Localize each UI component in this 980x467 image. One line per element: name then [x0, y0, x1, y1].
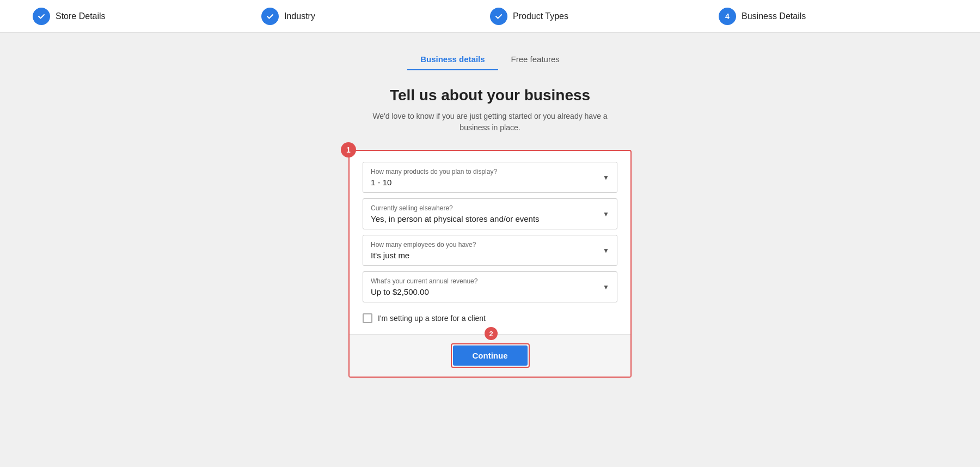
step-product-types-icon: [490, 8, 507, 25]
tab-business-details[interactable]: Business details: [407, 49, 498, 70]
step-industry-icon: [261, 8, 279, 25]
step-store-details-label: Store Details: [56, 11, 106, 21]
continue-button-wrapper: Continue: [451, 343, 530, 368]
employees-value: It's just me: [371, 251, 609, 260]
step-product-types-label: Product Types: [513, 11, 568, 21]
step-industry-label: Industry: [284, 11, 315, 21]
employees-label: How many employees do you have?: [371, 241, 609, 248]
selling-elsewhere-label: Currently selling elsewhere?: [371, 204, 609, 212]
form-fields: How many products do you plan to display…: [350, 151, 630, 334]
annotation-2-badge: 2: [485, 327, 498, 340]
continue-area: 2 Continue: [350, 334, 630, 377]
step-business-details: 4 Business Details: [719, 8, 947, 25]
selling-elsewhere-arrow-icon: ▼: [603, 210, 609, 218]
tabs: Business details Free features: [407, 49, 573, 70]
annotation-1-badge: 1: [341, 142, 356, 157]
main-content: Business details Free features Tell us a…: [0, 33, 980, 378]
form-container: 1 How many products do you plan to displ…: [348, 150, 632, 378]
products-count-value: 1 - 10: [371, 178, 609, 187]
annual-revenue-label: What's your current annual revenue?: [371, 277, 609, 285]
client-store-checkbox-row[interactable]: I'm setting up a store for a client: [363, 308, 617, 325]
step-industry: Industry: [261, 8, 490, 25]
page-subtitle: We'd love to know if you are just gettin…: [365, 111, 615, 134]
stepper: Store Details Industry Product Types 4 B…: [0, 0, 980, 33]
products-count-dropdown[interactable]: How many products do you plan to display…: [363, 162, 617, 193]
step-store-details: Store Details: [33, 8, 261, 25]
client-store-checkbox[interactable]: [363, 313, 372, 323]
annual-revenue-value: Up to $2,500.00: [371, 287, 609, 296]
products-count-arrow-icon: ▼: [603, 174, 609, 181]
selling-elsewhere-dropdown[interactable]: Currently selling elsewhere? Yes, in per…: [363, 198, 617, 229]
page-title: Tell us about your business: [390, 87, 590, 104]
employees-dropdown[interactable]: How many employees do you have? It's jus…: [363, 235, 617, 266]
client-store-label: I'm setting up a store for a client: [378, 314, 486, 323]
products-count-label: How many products do you plan to display…: [371, 168, 609, 175]
tab-free-features[interactable]: Free features: [498, 49, 573, 70]
annual-revenue-arrow-icon: ▼: [603, 283, 609, 291]
step-product-types: Product Types: [490, 8, 719, 25]
annual-revenue-dropdown[interactable]: What's your current annual revenue? Up t…: [363, 271, 617, 302]
selling-elsewhere-value: Yes, in person at physical stores and/or…: [371, 214, 609, 223]
step-store-details-icon: [33, 8, 50, 25]
step-business-details-label: Business Details: [742, 11, 806, 21]
continue-button[interactable]: Continue: [453, 345, 528, 366]
employees-arrow-icon: ▼: [603, 247, 609, 254]
step-business-details-icon: 4: [719, 8, 736, 25]
